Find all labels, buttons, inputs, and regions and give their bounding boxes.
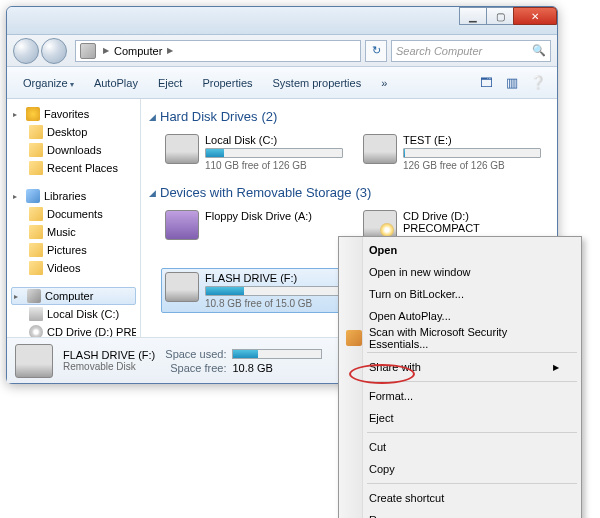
folder-icon — [29, 243, 43, 257]
nav-buttons — [13, 37, 71, 65]
details-type: Removable Disk — [63, 361, 155, 372]
menu-scan[interactable]: Scan with Microsoft Security Essentials.… — [341, 327, 579, 349]
chevron-right-icon[interactable]: ▶ — [100, 46, 112, 55]
nav-pictures[interactable]: Pictures — [11, 241, 136, 259]
folder-icon — [29, 143, 43, 157]
submenu-arrow-icon: ▶ — [553, 363, 559, 372]
computer-group[interactable]: ▸Computer — [11, 287, 136, 305]
favorites-group[interactable]: ▸Favorites — [11, 105, 136, 123]
search-icon: 🔍 — [532, 44, 546, 57]
star-icon — [26, 107, 40, 121]
menu-create-shortcut[interactable]: Create shortcut — [341, 487, 579, 509]
nav-cd-drive-d[interactable]: CD Drive (D:) PRE — [11, 323, 136, 337]
folder-icon — [29, 161, 43, 175]
separator — [367, 381, 577, 382]
cd-icon — [29, 325, 43, 337]
system-properties-button[interactable]: System properties — [265, 73, 370, 93]
folder-icon — [29, 125, 43, 139]
space-used-bar — [232, 349, 322, 359]
search-input[interactable]: Search Computer 🔍 — [391, 40, 551, 62]
details-title: FLASH DRIVE (F:) — [63, 349, 155, 361]
menu-copy[interactable]: Copy — [341, 458, 579, 480]
drive-floppy-a[interactable]: Floppy Disk Drive (A:) — [161, 206, 347, 264]
drive-label: Local Disk (C:) — [205, 134, 343, 146]
autoplay-button[interactable]: AutoPlay — [86, 73, 146, 93]
separator — [367, 432, 577, 433]
hdd-icon — [363, 134, 397, 164]
drive-free: 10.8 GB free of 15.0 GB — [205, 298, 343, 309]
search-placeholder: Search Computer — [396, 45, 482, 57]
capacity-bar — [403, 148, 541, 158]
computer-icon — [80, 43, 96, 59]
drive-free: 110 GB free of 126 GB — [205, 160, 343, 171]
menu-rename[interactable]: Rename — [341, 509, 579, 518]
menu-share-with[interactable]: Share with▶ — [341, 356, 579, 378]
properties-button[interactable]: Properties — [194, 73, 260, 93]
folder-icon — [29, 207, 43, 221]
close-button[interactable]: ✕ — [513, 7, 557, 25]
chevron-right-icon[interactable]: ▶ — [164, 46, 176, 55]
breadcrumb[interactable]: ▶ Computer ▶ — [75, 40, 361, 62]
drive-test-e[interactable]: TEST (E:) 126 GB free of 126 GB — [359, 130, 545, 175]
libraries-group[interactable]: ▸Libraries — [11, 187, 136, 205]
group-removable[interactable]: ◢ Devices with Removable Storage (3) — [149, 181, 549, 206]
separator — [367, 352, 577, 353]
nav-desktop[interactable]: Desktop — [11, 123, 136, 141]
capacity-bar — [205, 286, 343, 296]
drive-local-c[interactable]: Local Disk (C:) 110 GB free of 126 GB — [161, 130, 347, 175]
separator — [367, 483, 577, 484]
menu-open-new-window[interactable]: Open in new window — [341, 261, 579, 283]
folder-icon — [29, 261, 43, 275]
menu-open[interactable]: Open — [341, 239, 579, 261]
drive-flash-f[interactable]: FLASH DRIVE (F:) 10.8 GB free of 15.0 GB — [161, 268, 347, 313]
menu-autoplay[interactable]: Open AutoPlay... — [341, 305, 579, 327]
nav-documents[interactable]: Documents — [11, 205, 136, 223]
nav-videos[interactable]: Videos — [11, 259, 136, 277]
titlebar: ▁ ▢ ✕ — [7, 7, 557, 35]
collapse-icon: ◢ — [149, 112, 156, 122]
organize-button[interactable]: Organize — [15, 73, 82, 93]
menu-cut[interactable]: Cut — [341, 436, 579, 458]
nav-local-disk-c[interactable]: Local Disk (C:) — [11, 305, 136, 323]
usb-drive-icon — [15, 344, 53, 378]
capacity-bar — [205, 148, 343, 158]
breadcrumb-segment[interactable]: Computer — [112, 45, 164, 57]
minimize-button[interactable]: ▁ — [459, 7, 487, 25]
nav-recent[interactable]: Recent Places — [11, 159, 136, 177]
command-bar: Organize AutoPlay Eject Properties Syste… — [7, 67, 557, 99]
space-free-value: 10.8 GB — [232, 362, 322, 374]
shield-icon — [346, 330, 362, 346]
drive-label: Floppy Disk Drive (A:) — [205, 210, 343, 222]
forward-button[interactable] — [41, 38, 67, 64]
menu-eject[interactable]: Eject — [341, 407, 579, 429]
usb-drive-icon — [165, 272, 199, 302]
floppy-icon — [165, 210, 199, 240]
maximize-button[interactable]: ▢ — [486, 7, 514, 25]
menu-bitlocker[interactable]: Turn on BitLocker... — [341, 283, 579, 305]
preview-pane-button[interactable]: ▥ — [501, 72, 523, 94]
drive-label: TEST (E:) — [403, 134, 541, 146]
drive-free: 126 GB free of 126 GB — [403, 160, 541, 171]
nav-music[interactable]: Music — [11, 223, 136, 241]
eject-button[interactable]: Eject — [150, 73, 190, 93]
address-bar: ▶ Computer ▶ ↻ Search Computer 🔍 — [7, 35, 557, 67]
menu-format[interactable]: Format... — [341, 385, 579, 407]
group-hdd[interactable]: ◢ Hard Disk Drives (2) — [149, 105, 549, 130]
view-button[interactable]: 🗔 — [475, 72, 497, 94]
back-button[interactable] — [13, 38, 39, 64]
folder-icon — [29, 225, 43, 239]
drive-label: CD Drive (D:) PRECOMPACT — [403, 210, 541, 234]
hdd-icon — [165, 134, 199, 164]
collapse-icon: ◢ — [149, 188, 156, 198]
space-used-label: Space used: — [165, 348, 226, 360]
computer-icon — [27, 289, 41, 303]
navigation-pane: ▸Favorites Desktop Downloads Recent Plac… — [7, 99, 141, 337]
drive-icon — [29, 307, 43, 321]
context-menu: Open Open in new window Turn on BitLocke… — [338, 236, 582, 518]
help-button[interactable]: ❔ — [527, 72, 549, 94]
overflow-button[interactable]: » — [373, 73, 395, 93]
nav-downloads[interactable]: Downloads — [11, 141, 136, 159]
refresh-button[interactable]: ↻ — [365, 40, 387, 62]
drive-label: FLASH DRIVE (F:) — [205, 272, 343, 284]
libraries-icon — [26, 189, 40, 203]
